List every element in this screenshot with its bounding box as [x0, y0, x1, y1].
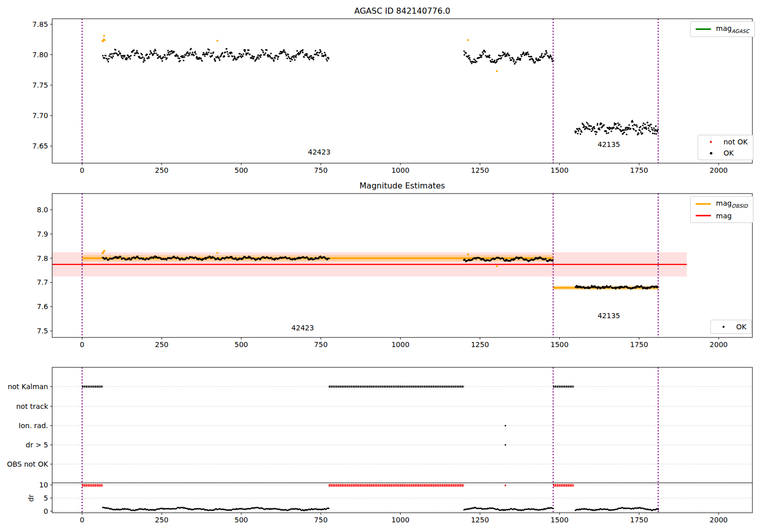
y-tick-label: 7.65: [32, 142, 48, 150]
flags-plot-spines: [52, 367, 752, 513]
y-tick-label: 7.70: [32, 111, 48, 120]
x-tick-label: 500: [235, 516, 248, 524]
dr-tick-label: 5: [44, 494, 48, 502]
flag-row-label: Ion. rad.: [19, 422, 48, 430]
top-chart-title: AGASC ID 842140776.0: [52, 6, 752, 16]
x-tick-label: 750: [314, 166, 328, 174]
dr-trace-points: [102, 507, 659, 511]
x-tick-label: 750: [314, 516, 328, 524]
y-tick-label: 7.75: [32, 81, 48, 89]
legend-dot-icon: [716, 326, 731, 328]
dr-tick-label: 10: [39, 481, 48, 489]
legend-swatch: [696, 28, 711, 30]
x-tick-label: 1500: [551, 166, 569, 174]
agasc-mag-plot-spines: [52, 19, 752, 163]
legend-line-icon: [696, 28, 711, 30]
legend-item: magAGASC: [696, 24, 749, 34]
agasc-line-legend: magAGASC: [690, 21, 755, 37]
legend-dot-icon: [703, 152, 718, 155]
legend-item: magOBSID: [696, 199, 748, 209]
x-tick-label: 1500: [551, 340, 569, 349]
agasc-mag-plot: 4242342135025050075010001250150017502000…: [32, 19, 752, 174]
y-tick-label: 7.8: [37, 254, 48, 262]
x-tick-label: 250: [155, 166, 169, 174]
dr-tick-label: 0: [44, 507, 48, 515]
legend-item-label: magAGASC: [716, 24, 749, 34]
x-tick-label: 1750: [630, 516, 649, 524]
x-tick-label: 0: [80, 166, 85, 174]
obsid-annotation: 42423: [291, 324, 314, 332]
legend-item: not OK: [703, 138, 748, 146]
dr-axis-label: dr: [27, 494, 35, 502]
y-tick-label: 7.5: [37, 327, 48, 335]
legend-line-icon: [696, 203, 711, 205]
x-tick-label: 2000: [710, 166, 728, 174]
legend-swatch: [710, 141, 712, 143]
x-tick-label: 1500: [551, 516, 569, 524]
magnitude-estimates-figure: 4242342135025050075010001250150017502000…: [0, 0, 760, 532]
x-tick-label: 1750: [630, 166, 649, 174]
flag-point-dr-5: [505, 444, 506, 445]
legend-dot-icon: [703, 141, 718, 143]
legend-line-icon: [696, 215, 711, 216]
y-tick-label: 7.6: [37, 302, 48, 311]
x-tick-label: 1250: [471, 340, 489, 349]
flag-row-label: not track: [16, 402, 49, 410]
dr-not-ok-point: [505, 484, 506, 486]
legend-item: OK: [716, 323, 746, 331]
x-tick-label: 1250: [471, 166, 489, 174]
y-tick-label: 8.0: [37, 206, 48, 214]
legend-swatch: [723, 326, 725, 328]
x-tick-label: 0: [80, 340, 85, 349]
figure-canvas: 4242342135025050075010001250150017502000…: [0, 0, 760, 532]
obsid-annotation: 42135: [597, 312, 620, 320]
x-tick-label: 1000: [391, 166, 409, 174]
y-tick-label: 7.80: [32, 51, 48, 59]
legend-item-label: not OK: [724, 138, 748, 146]
legend-item-label: OK: [736, 323, 746, 331]
x-tick-label: 0: [80, 516, 85, 524]
y-tick-label: 7.7: [37, 278, 48, 286]
x-tick-label: 250: [155, 516, 169, 524]
flag-row-label: dr > 5: [26, 441, 48, 449]
flag-point-ion-rad-: [505, 425, 506, 426]
legend-item: OK: [703, 149, 748, 157]
x-tick-label: 1000: [391, 516, 409, 524]
obsid-annotation: 42135: [597, 140, 620, 148]
x-tick-label: 1750: [630, 340, 649, 349]
x-tick-label: 2000: [710, 340, 728, 349]
legend-item: mag: [696, 212, 748, 220]
flag-row-label: not Kalman: [8, 383, 48, 391]
middle-chart-title: Magnitude Estimates: [52, 181, 752, 191]
legend-item-label: magOBSID: [716, 199, 748, 209]
y-tick-label: 7.85: [32, 20, 48, 28]
estimates-line-legend: magOBSIDmag: [690, 196, 753, 223]
x-tick-label: 250: [155, 340, 169, 349]
x-tick-label: 1250: [471, 516, 489, 524]
x-tick-label: 1000: [391, 340, 409, 349]
magnitude-estimates-plot: 4242342135025050075010001250150017502000…: [37, 194, 752, 349]
legend-item-label: OK: [724, 149, 734, 157]
legend-swatch: [710, 152, 712, 155]
y-tick-label: 7.9: [37, 230, 48, 238]
x-tick-label: 500: [235, 340, 248, 349]
flags-plot: not Kalmannot trackIon. rad.dr > 5OBS no…: [7, 367, 752, 524]
agasc-marker-legend: not OKOK: [698, 135, 753, 160]
legend-item-label: mag: [716, 212, 732, 220]
estimates-marker-legend: OK: [710, 320, 752, 334]
obsid-annotation: 42423: [308, 148, 331, 156]
x-tick-label: 750: [314, 340, 328, 349]
x-tick-label: 2000: [710, 516, 728, 524]
flag-row-label: OBS not OK: [7, 460, 49, 468]
agasc-mag-plot-ok-points: [102, 48, 659, 136]
legend-swatch: [696, 203, 711, 205]
legend-swatch: [696, 215, 711, 216]
x-tick-label: 500: [235, 166, 248, 174]
